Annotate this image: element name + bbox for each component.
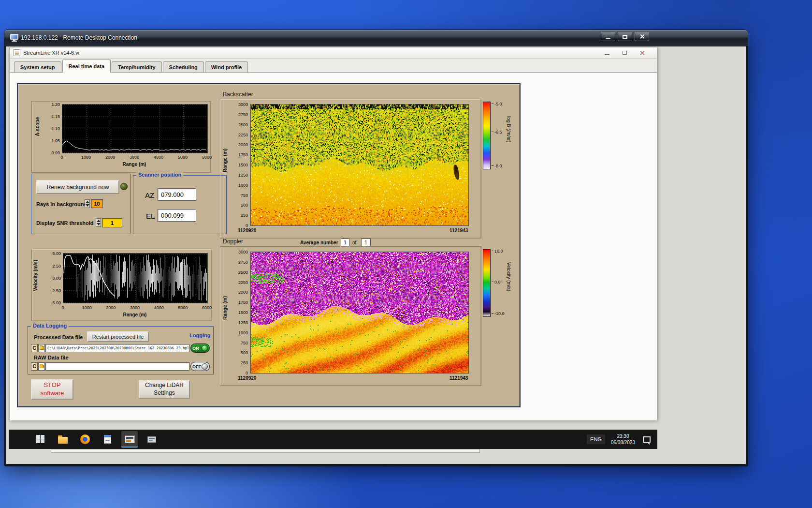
x-tick-label: 6000 (202, 155, 212, 160)
processed-logging-toggle[interactable]: ON (190, 344, 210, 353)
toggle-knob-icon (202, 363, 208, 370)
stop-software-button[interactable]: STOP software (31, 379, 73, 400)
restore-icon (623, 51, 627, 55)
rays-spinner[interactable] (85, 199, 90, 208)
start-icon (36, 435, 45, 444)
rdp-maximize-button[interactable] (618, 32, 632, 41)
y-tick-label: 1500 (238, 310, 248, 315)
backscatter-y-axis-label: Range (m) (222, 149, 228, 172)
app-window-title: StreamLine XR v14-6.vi (23, 50, 79, 56)
doppler-graph: Range (m) 300027502500225020001750150012… (220, 246, 481, 386)
app-restore-button[interactable] (619, 49, 630, 57)
raw-data-file-path[interactable] (45, 362, 189, 371)
tab-system-setup[interactable]: System setup (14, 61, 61, 72)
azimuth-label: AZ (145, 191, 154, 199)
app-minimize-button[interactable] (602, 49, 612, 57)
stop-button-line2: software (40, 389, 64, 398)
tab-bar: System setupReal time dataTemp/humidityS… (10, 59, 657, 73)
close-icon (639, 34, 645, 39)
backscatter-x-end: 1121943 (450, 228, 468, 233)
data-logging-group: Data Logging Processed Data file Restart… (28, 326, 214, 374)
tab-real-time-data[interactable]: Real time data (62, 60, 111, 73)
backscatter-colorbar-label: log B (/m/sr) (506, 116, 511, 142)
app-window-controls (602, 49, 647, 57)
y-tick-label: 2.50 (52, 264, 61, 269)
rdp-close-button[interactable] (635, 32, 649, 41)
scan-scheduler-icon (147, 436, 156, 443)
y-tick-label: 750 (241, 341, 248, 345)
y-tick-label: -5.00 (51, 300, 61, 305)
y-tick-label: 750 (241, 193, 248, 198)
y-tick-label: 1000 (238, 183, 248, 188)
average-total-field[interactable]: 1 (361, 239, 371, 246)
ascope-x-axis-label: Range (m) (62, 162, 207, 167)
x-tick-label: 4000 (154, 155, 163, 160)
average-number-field[interactable]: 1 (341, 239, 349, 246)
rays-in-background-field[interactable]: 10 (91, 199, 103, 208)
change-lidar-settings-button[interactable]: Change LiDAR Settings (139, 380, 190, 399)
x-tick-label: 6000 (202, 305, 212, 310)
raw-logging-toggle[interactable]: OFF (190, 362, 210, 371)
snr-spinner[interactable] (96, 218, 101, 227)
taskbar-clock[interactable]: 23:30 06/08/2023 (611, 433, 635, 446)
rdp-titlebar[interactable]: 192.168.0.122 - Remote Desktop Connectio… (4, 30, 748, 46)
vi-app-icon (14, 49, 20, 56)
y-tick-label: 1500 (238, 163, 248, 167)
y-tick-label: 0.99 (51, 150, 60, 155)
y-tick-label: 500 (241, 350, 248, 355)
colorbar-tick-label: -5.0 (494, 102, 502, 106)
background-led-indicator (120, 183, 128, 190)
y-tick-label: 2750 (238, 260, 248, 265)
doppler-colorbar (483, 249, 491, 317)
notepad-icon (104, 435, 111, 444)
firefox-taskbar-button[interactable] (77, 431, 93, 448)
raw-drive-selector[interactable]: C (31, 362, 38, 371)
of-label: of (352, 240, 356, 245)
processed-data-file-path[interactable]: C:\LiDAR\Data\Proc\2023\202308\20230806\… (45, 344, 189, 352)
backscatter-x-start: 1120920 (238, 228, 256, 233)
backscatter-title: Backscatter (223, 91, 253, 98)
processed-drive-selector[interactable]: C (31, 344, 38, 352)
azimuth-field[interactable]: 079.000 (158, 188, 196, 201)
scanner-position-group: Scanner position AZ 079.000 EL 000.099 (133, 175, 227, 234)
doppler-x-end: 1121943 (450, 375, 468, 381)
backscatter-colorbar (483, 102, 491, 169)
y-tick-label: 0.00 (52, 276, 61, 281)
down-arrow-icon (86, 204, 89, 207)
start-taskbar-button[interactable] (32, 431, 49, 448)
y-tick-label: 1.20 (51, 102, 60, 107)
y-tick-label: 2250 (238, 280, 248, 285)
language-indicator[interactable]: ENG (587, 434, 605, 444)
close-icon (639, 50, 645, 56)
vi-front-panel: A-scope 1.201.151.101.050.99 01000200030… (17, 83, 521, 407)
backscatter-graph: Range (m) 300027502500225020001750150012… (220, 99, 481, 239)
tab-temp-humidity[interactable]: Temp/humidity (112, 61, 161, 72)
tab-scheduling[interactable]: Scheduling (163, 61, 204, 72)
app-titlebar[interactable]: StreamLine XR v14-6.vi (10, 47, 657, 59)
scanner-position-title: Scanner position (136, 172, 183, 178)
notepad-taskbar-button[interactable] (99, 431, 116, 448)
tab-wind-profile[interactable]: Wind profile (205, 61, 248, 72)
taskbar-icons (9, 431, 160, 448)
file-explorer-taskbar-button[interactable] (55, 431, 71, 448)
rdp-minimize-button[interactable] (601, 32, 615, 41)
action-center-icon[interactable] (643, 436, 651, 443)
streamline-app-taskbar-button[interactable] (121, 431, 138, 448)
velocity-x-ticks: 0100020003000400050006000 (63, 305, 207, 311)
snr-threshold-field[interactable]: 1 (102, 218, 122, 227)
y-tick-label: 3000 (238, 102, 248, 107)
x-tick-label: 3000 (130, 305, 140, 310)
elevation-field[interactable]: 000.099 (158, 209, 196, 222)
remote-desktop-icon (10, 34, 18, 40)
renew-background-button[interactable]: Renew background now (36, 180, 119, 194)
app-close-button[interactable] (637, 49, 647, 57)
processed-browse-button[interactable] (38, 344, 45, 352)
raw-browse-button[interactable] (38, 362, 45, 371)
minimize-icon (606, 38, 610, 39)
file-explorer-icon (58, 437, 68, 444)
taskbar: ENG 23:30 06/08/2023 (9, 430, 657, 449)
ascope-graph: A-scope 1.201.151.101.050.99 01000200030… (31, 101, 211, 173)
local-desktop: 192.168.0.122 - Remote Desktop Connectio… (0, 0, 812, 508)
restart-processed-file-button[interactable]: Restart processed file (87, 331, 149, 342)
scan-scheduler-taskbar-button[interactable] (144, 431, 160, 448)
